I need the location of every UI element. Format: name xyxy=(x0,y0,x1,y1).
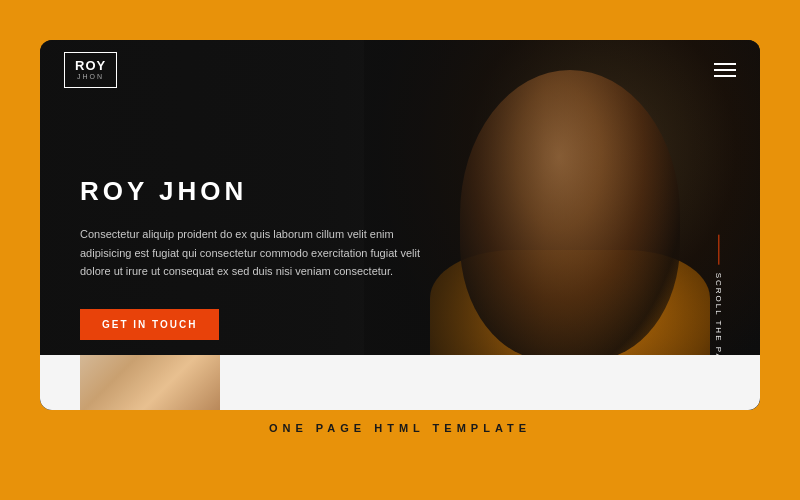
header: ROY JHON xyxy=(40,40,760,100)
scroll-line xyxy=(719,235,720,265)
hero-title: ROY JHON xyxy=(80,176,420,207)
logo-sub: JHON xyxy=(77,73,104,81)
logo-name: ROY xyxy=(75,59,106,73)
hamburger-line-3 xyxy=(714,75,736,77)
hero-content: ROY JHON Consectetur aliquip proident do… xyxy=(80,176,420,340)
hero-card: ROY JHON ROY JHON Consectetur aliquip pr… xyxy=(40,40,760,410)
hamburger-line-1 xyxy=(714,63,736,65)
bottom-strip-image xyxy=(80,355,220,410)
hero-description: Consectetur aliquip proident do ex quis … xyxy=(80,225,420,281)
footer-label: ONE PAGE HTML TEMPLATE xyxy=(269,422,531,434)
cta-button[interactable]: GET IN TOUCH xyxy=(80,309,219,340)
outer-wrapper: ROY JHON ROY JHON Consectetur aliquip pr… xyxy=(40,40,760,460)
bottom-strip xyxy=(40,355,760,410)
logo: ROY JHON xyxy=(64,52,117,89)
hamburger-line-2 xyxy=(714,69,736,71)
hamburger-menu[interactable] xyxy=(714,63,736,77)
